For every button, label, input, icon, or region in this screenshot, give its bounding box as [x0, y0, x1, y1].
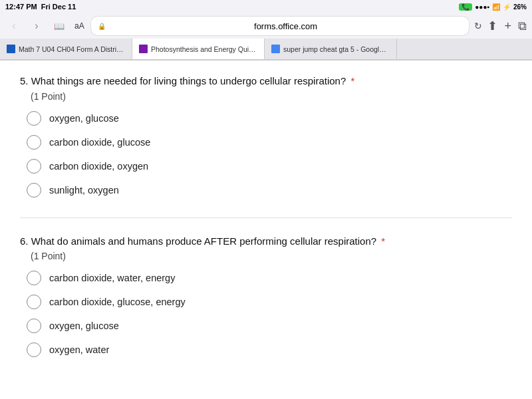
ms-icon [7, 45, 15, 53]
reader-mode-button[interactable]: 📖 [51, 17, 68, 35]
q5-radio-2[interactable] [27, 135, 41, 150]
google-icon [271, 45, 280, 53]
status-time: 12:47 PM [5, 3, 37, 11]
tabs-bar: Math 7 U04 CH04 Form A District Common A… [0, 39, 532, 60]
book-icon: 📖 [54, 21, 65, 31]
question-6-points: (1 Point) [31, 251, 512, 261]
q6-label-2: carbon dioxide, glucose, energy [49, 297, 186, 307]
q5-option-2[interactable]: carbon dioxide, glucose [27, 135, 512, 150]
reload-button[interactable]: ↻ [474, 21, 482, 31]
question-6-number: 6. [20, 235, 29, 247]
question-5-options: oxygen, glucose carbon dioxide, glucose … [27, 111, 512, 198]
call-icon: 📞 [459, 3, 472, 11]
share-button[interactable]: ⬆ [487, 19, 497, 33]
question-6-options: carbon dioxide, water, energy carbon dio… [27, 271, 512, 357]
text-size-label: aA [73, 21, 86, 31]
q5-option-1[interactable]: oxygen, glucose [27, 111, 512, 126]
q5-radio-4[interactable] [27, 183, 41, 198]
question-6-required: * [381, 235, 385, 247]
new-tab-button[interactable]: + [504, 19, 511, 33]
q6-label-3: oxygen, glucose [49, 321, 119, 331]
q6-label-4: oxygen, water [49, 344, 109, 355]
browser-chrome: ‹ › 📖 aA 🔒 forms.office.com ↻ ⬆ + ⧉ Math… [0, 13, 532, 61]
forms-icon [139, 45, 148, 53]
question-divider [20, 217, 512, 218]
lock-icon: 🔒 [98, 23, 106, 30]
question-5-points: (1 Point) [31, 91, 512, 102]
status-date: Fri Dec 11 [41, 3, 76, 11]
tab-math-label: Math 7 U04 CH04 Form A District Common A… [19, 45, 125, 53]
q6-option-2[interactable]: carbon dioxide, glucose, energy [27, 295, 512, 309]
nav-right-buttons: ⬆ + ⧉ [487, 19, 527, 33]
q5-radio-3[interactable] [27, 159, 41, 174]
q5-option-3[interactable]: carbon dioxide, oxygen [27, 159, 512, 174]
page-content: 5. What things are needed for living thi… [0, 61, 532, 399]
q6-option-1[interactable]: carbon dioxide, water, energy [27, 271, 512, 285]
q5-label-2: carbon dioxide, glucose [49, 137, 150, 148]
q6-option-4[interactable]: oxygen, water [27, 342, 512, 357]
wifi-icon: 📶 [492, 3, 500, 11]
q5-label-1: oxygen, glucose [49, 113, 119, 124]
nav-bar: ‹ › 📖 aA 🔒 forms.office.com ↻ ⬆ + ⧉ [0, 13, 532, 39]
question-5-number: 5. [20, 75, 29, 86]
question-5-block: 5. What things are needed for living thi… [20, 74, 512, 198]
tab-math[interactable]: Math 7 U04 CH04 Form A District Common A… [0, 39, 132, 59]
question-6-text: What do animals and humans produce AFTER… [31, 235, 376, 247]
question-5-title: 5. What things are needed for living thi… [20, 74, 512, 89]
q6-radio-2[interactable] [27, 295, 41, 309]
q5-option-4[interactable]: sunlight, oxygen [27, 183, 512, 198]
tab-photosynthesis[interactable]: Photosynthesis and Energy Quiz (Copy) [132, 39, 265, 59]
q6-option-3[interactable]: oxygen, glucose [27, 319, 512, 333]
q6-radio-3[interactable] [27, 319, 41, 333]
signal-icon: ●●●▪ [475, 3, 489, 11]
question-5-required: * [350, 75, 354, 86]
q6-radio-4[interactable] [27, 342, 41, 357]
question-6-title: 6. What do animals and humans produce AF… [20, 234, 512, 249]
q5-label-3: carbon dioxide, oxygen [49, 161, 148, 172]
tab-google-label: super jump cheat gta 5 - Google Search [283, 45, 390, 53]
q6-label-1: carbon dioxide, water, energy [49, 273, 175, 283]
q5-label-4: sunlight, oxygen [49, 185, 119, 196]
address-bar[interactable]: 🔒 forms.office.com [91, 17, 469, 35]
tab-photosynthesis-label: Photosynthesis and Energy Quiz (Copy) [151, 45, 257, 53]
back-button[interactable]: ‹ [5, 17, 23, 35]
question-6-block: 6. What do animals and humans produce AF… [20, 234, 512, 358]
tab-google[interactable]: super jump cheat gta 5 - Google Search [265, 39, 397, 59]
question-5-text: What things are needed for living things… [31, 75, 346, 86]
status-bar: 12:47 PM Fri Dec 11 📞 ●●●▪ 📶 ⚡ 26% [0, 0, 532, 13]
forward-button[interactable]: › [28, 17, 45, 35]
battery-icon: ⚡ [503, 3, 511, 11]
url-text: forms.office.com [109, 21, 463, 31]
q6-radio-1[interactable] [27, 271, 41, 285]
q5-radio-1[interactable] [27, 111, 41, 126]
tabs-overview-button[interactable]: ⧉ [518, 19, 527, 33]
battery-percent: 26% [513, 3, 527, 11]
